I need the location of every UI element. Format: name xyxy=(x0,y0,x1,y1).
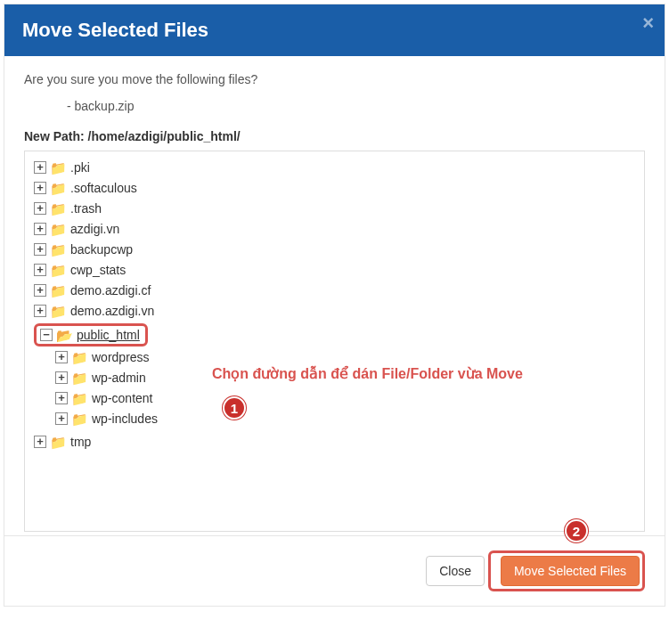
tree-label: wp-admin xyxy=(92,371,146,385)
folder-icon: 📁 xyxy=(71,351,88,364)
tree-node-public-html[interactable]: − 📂 public_html xyxy=(40,328,140,342)
dialog-footer: 2 Close Move Selected Files xyxy=(4,535,665,606)
tree-node-backupcwp[interactable]: + 📁 backupcwp xyxy=(34,242,133,257)
expand-icon[interactable]: + xyxy=(55,392,68,404)
tree-node-demo-azdigi-cf[interactable]: + 📁 demo.azdigi.cf xyxy=(34,283,151,298)
tree-node-azdigi-vn[interactable]: + 📁 azdigi.vn xyxy=(34,222,119,236)
tree-node-demo-azdigi-vn[interactable]: + 📁 demo.azdigi.vn xyxy=(34,304,154,318)
expand-icon[interactable]: + xyxy=(34,202,46,215)
tree-node-wp-admin[interactable]: + 📁 wp-admin xyxy=(55,371,146,385)
expand-icon[interactable]: + xyxy=(34,243,46,256)
expand-icon[interactable]: + xyxy=(55,412,68,425)
expand-icon[interactable]: + xyxy=(55,371,68,384)
folder-tree[interactable]: + 📁 .pki + 📁 .softaculous + 📁 .trash + 📁 xyxy=(24,151,645,532)
close-icon[interactable]: × xyxy=(642,12,654,35)
file-list-item: - backup.zip xyxy=(67,99,645,113)
tree-label: tmp xyxy=(70,435,91,449)
folder-open-icon: 📂 xyxy=(56,329,73,342)
tree-node-wp-includes[interactable]: + 📁 wp-includes xyxy=(55,412,158,426)
expand-icon[interactable]: + xyxy=(55,351,68,363)
expand-icon[interactable]: + xyxy=(34,284,46,297)
folder-icon: 📁 xyxy=(50,202,67,216)
tree-label: .softaculous xyxy=(70,181,137,195)
dialog-title: Move Selected Files xyxy=(22,19,647,42)
expand-icon[interactable]: + xyxy=(34,264,46,276)
tree-node-wp-content[interactable]: + 📁 wp-content xyxy=(55,391,152,405)
move-selected-files-button[interactable]: Move Selected Files xyxy=(501,556,640,586)
highlight-move-button: Move Selected Files xyxy=(488,550,645,591)
expand-icon[interactable]: + xyxy=(34,223,46,235)
tree-node-cwp-stats[interactable]: + 📁 cwp_stats xyxy=(34,263,126,277)
tree-node-softaculous[interactable]: + 📁 .softaculous xyxy=(34,181,137,195)
folder-icon: 📁 xyxy=(50,182,67,195)
tree-label: demo.azdigi.vn xyxy=(70,304,154,318)
folder-icon: 📁 xyxy=(50,436,67,449)
folder-icon: 📁 xyxy=(71,412,88,426)
tree-label: .trash xyxy=(70,201,102,216)
tree-label: .pki xyxy=(70,160,90,175)
new-path-value: /home/azdigi/public_html/ xyxy=(88,129,241,143)
tree-node-tmp[interactable]: + 📁 tmp xyxy=(34,435,91,449)
dialog-header: × Move Selected Files xyxy=(4,4,665,56)
collapse-icon[interactable]: − xyxy=(40,329,53,341)
folder-icon: 📁 xyxy=(50,243,67,257)
folder-icon: 📁 xyxy=(50,305,67,318)
tree-node-wordpress[interactable]: + 📁 wordpress xyxy=(55,350,150,364)
close-button[interactable]: Close xyxy=(426,556,485,586)
folder-icon: 📁 xyxy=(50,223,67,236)
tree-node-trash[interactable]: + 📁 .trash xyxy=(34,201,102,216)
tree-label: wordpress xyxy=(92,350,150,364)
tree-label: wp-content xyxy=(92,391,152,405)
folder-icon: 📁 xyxy=(50,264,67,277)
folder-icon: 📁 xyxy=(50,284,67,298)
folder-icon: 📁 xyxy=(71,392,88,405)
new-path-label: New Path: /home/azdigi/public_html/ xyxy=(24,129,645,143)
tree-label: azdigi.vn xyxy=(70,222,119,236)
highlight-selected-folder: − 📂 public_html xyxy=(34,323,148,346)
tree-node-pki[interactable]: + 📁 .pki xyxy=(34,160,90,175)
expand-icon[interactable]: + xyxy=(34,161,46,174)
dialog-body: Are you sure you move the following file… xyxy=(4,56,665,535)
expand-icon[interactable]: + xyxy=(34,182,46,194)
tree-label: public_html xyxy=(77,328,140,342)
folder-icon: 📁 xyxy=(50,161,67,175)
confirm-question: Are you sure you move the following file… xyxy=(24,72,645,86)
tree-label: wp-includes xyxy=(92,412,158,426)
expand-icon[interactable]: + xyxy=(34,305,46,317)
move-files-dialog: × Move Selected Files Are you sure you m… xyxy=(4,4,665,607)
tree-label: cwp_stats xyxy=(70,263,126,277)
folder-icon: 📁 xyxy=(71,371,88,385)
tree-root: + 📁 .pki + 📁 .softaculous + 📁 .trash + 📁 xyxy=(34,157,642,452)
tree-label: backupcwp xyxy=(70,242,133,257)
expand-icon[interactable]: + xyxy=(34,436,46,448)
tree-label: demo.azdigi.cf xyxy=(70,283,151,298)
